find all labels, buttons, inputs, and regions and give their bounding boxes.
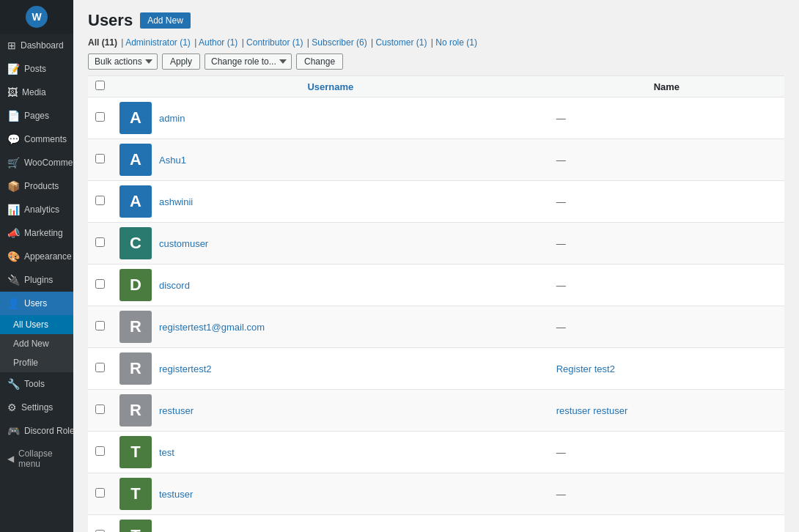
- change-button[interactable]: Change: [296, 53, 343, 70]
- name-cell-discord: —: [549, 265, 784, 306]
- row-checkbox-customuser[interactable]: [95, 237, 105, 247]
- sidebar-item-comments[interactable]: 💬Comments: [0, 128, 73, 151]
- appearance-icon: 🎨: [7, 251, 20, 262]
- name-dash: —: [556, 196, 566, 207]
- sidebar-item-label-media: Media: [22, 87, 46, 97]
- row-checkbox-ashwinii[interactable]: [95, 196, 105, 205]
- name-link-restuser[interactable]: restuser restuser: [556, 405, 628, 416]
- row-checkbox-cell-ashwinii: [88, 181, 112, 223]
- sidebar-item-products[interactable]: 📦Products: [0, 174, 73, 198]
- avatar-admin: A: [119, 102, 152, 134]
- sidebar-item-media[interactable]: 🖼Media: [0, 81, 73, 104]
- sidebar-item-posts[interactable]: 📝Posts: [0, 57, 73, 81]
- sidebar-item-woocommerce[interactable]: 🛒WooCommerce: [0, 151, 73, 174]
- table-row: T test —: [88, 432, 784, 473]
- sidebar-item-profile[interactable]: Profile: [0, 353, 73, 372]
- comments-icon: 💬: [7, 133, 20, 145]
- sidebar-item-all-users[interactable]: All Users: [0, 315, 73, 334]
- sidebar-item-analytics[interactable]: 📊Analytics: [0, 198, 73, 221]
- username-sort-link[interactable]: Username: [307, 81, 353, 92]
- row-checkbox-ashu1[interactable]: [95, 154, 105, 163]
- sidebar-menu: ⊞Dashboard📝Posts🖼Media📄Pages💬Comments🛒Wo…: [0, 34, 73, 443]
- sidebar-item-appearance[interactable]: 🎨Appearance: [0, 245, 73, 268]
- username-cell-testuser: T testuser: [112, 473, 549, 515]
- avatar-ashu1: A: [119, 144, 152, 176]
- filter-tab-subscriber[interactable]: Subscriber (6): [312, 37, 367, 48]
- row-checkbox-testuser[interactable]: [95, 488, 105, 498]
- change-role-select[interactable]: Change role to...AdministratorAuthorCont…: [205, 53, 292, 70]
- row-checkbox-discord[interactable]: [95, 279, 105, 289]
- name-cell-ashwinii: —: [549, 181, 784, 223]
- name-cell-ashu1: —: [549, 139, 784, 181]
- page-header: Users Add New: [88, 11, 784, 30]
- sidebar-item-users[interactable]: 👤Users: [0, 292, 73, 315]
- row-checkbox-registertest2[interactable]: [95, 363, 105, 372]
- filter-tab-administrator[interactable]: Administrator (1): [125, 37, 191, 48]
- sidebar-item-marketing[interactable]: 📣Marketing: [0, 221, 73, 245]
- name-cell-registertest2: Register test2: [549, 348, 784, 390]
- filter-tab-all[interactable]: All (11): [88, 37, 117, 48]
- username-link-customuser[interactable]: customuser: [159, 238, 208, 249]
- name-cell-customuser: —: [549, 223, 784, 265]
- collapse-menu-button[interactable]: ◀ Collapse menu: [0, 443, 73, 475]
- top-toolbar: Bulk actionsDelete Apply Change role to.…: [88, 53, 784, 70]
- row-checkbox-admin[interactable]: [95, 112, 105, 122]
- username-link-admin[interactable]: admin: [159, 113, 185, 124]
- table-row: R registertest1@gmail.com —: [88, 306, 784, 348]
- collapse-icon: ◀: [7, 454, 14, 464]
- name-link-registertest2[interactable]: Register test2: [556, 363, 615, 374]
- sidebar-item-add-new[interactable]: Add New: [0, 334, 73, 353]
- avatar-ashwinii: A: [119, 185, 152, 218]
- avatar-restuser: R: [119, 394, 152, 426]
- sidebar-item-label-posts: Posts: [24, 64, 46, 74]
- bulk-actions-select[interactable]: Bulk actionsDelete: [88, 53, 158, 70]
- username-link-ashwinii[interactable]: ashwinii: [159, 196, 193, 207]
- select-all-checkbox[interactable]: [95, 81, 105, 90]
- username-cell-ashwinii: A ashwinii: [112, 181, 549, 223]
- add-new-button[interactable]: Add New: [140, 12, 191, 29]
- username-header: Username: [112, 76, 549, 97]
- page-title: Users: [88, 11, 133, 30]
- submenu-label-add-new: Add New: [13, 339, 49, 349]
- name-dash: —: [556, 489, 566, 500]
- avatar-testuser: T: [119, 478, 152, 510]
- sidebar-item-plugins[interactable]: 🔌Plugins: [0, 268, 73, 292]
- username-link-ashu1[interactable]: Ashu1: [159, 155, 186, 166]
- sidebar-item-pages[interactable]: 📄Pages: [0, 104, 73, 128]
- sidebar-item-tools[interactable]: 🔧Tools: [0, 372, 73, 396]
- sidebar-item-label-comments: Comments: [24, 134, 67, 144]
- filter-tab-author[interactable]: Author (1): [199, 37, 238, 48]
- username-cell-registertest1: R registertest1@gmail.com: [112, 306, 549, 348]
- username-cell-testuser1gmail: T testuser1@gmail.com: [112, 515, 549, 533]
- username-link-test[interactable]: test: [159, 447, 174, 458]
- analytics-icon: 📊: [7, 204, 20, 215]
- sidebar-item-discord[interactable]: 🎮Discord Role Mapping Integration: [0, 419, 73, 443]
- row-checkbox-restuser[interactable]: [95, 404, 105, 414]
- filter-tab-contributor[interactable]: Contributor (1): [246, 37, 303, 48]
- products-icon: 📦: [7, 180, 20, 192]
- row-checkbox-cell-registertest2: [88, 348, 112, 390]
- username-cell-ashu1: A Ashu1: [112, 139, 549, 181]
- username-cell-registertest2: R registertest2: [112, 348, 549, 390]
- sidebar-item-label-products: Products: [24, 181, 59, 191]
- row-checkbox-registertest1[interactable]: [95, 321, 105, 330]
- row-checkbox-cell-testuser: [88, 473, 112, 515]
- sidebar-item-label-dashboard: Dashboard: [21, 40, 64, 51]
- username-link-restuser[interactable]: restuser: [159, 405, 194, 416]
- apply-button[interactable]: Apply: [162, 53, 200, 70]
- username-cell-test: T test: [112, 432, 549, 473]
- sidebar-item-settings[interactable]: ⚙Settings: [0, 396, 73, 419]
- table-row: T testuser1@gmail.com —: [88, 515, 784, 533]
- filter-tab-norole[interactable]: No role (1): [435, 37, 477, 48]
- filter-tab-customer[interactable]: Customer (1): [375, 37, 427, 48]
- username-link-registertest2[interactable]: registertest2: [159, 363, 212, 374]
- sidebar: W ⊞Dashboard📝Posts🖼Media📄Pages💬Comments🛒…: [0, 0, 73, 532]
- username-link-discord[interactable]: discord: [159, 280, 190, 291]
- sidebar-item-label-appearance: Appearance: [24, 251, 72, 262]
- name-dash: —: [556, 280, 566, 291]
- username-link-testuser[interactable]: testuser: [159, 489, 193, 500]
- username-link-registertest1[interactable]: registertest1@gmail.com: [159, 322, 265, 333]
- avatar-registertest1: R: [119, 311, 152, 343]
- sidebar-item-dashboard[interactable]: ⊞Dashboard: [0, 34, 73, 57]
- row-checkbox-test[interactable]: [95, 446, 105, 456]
